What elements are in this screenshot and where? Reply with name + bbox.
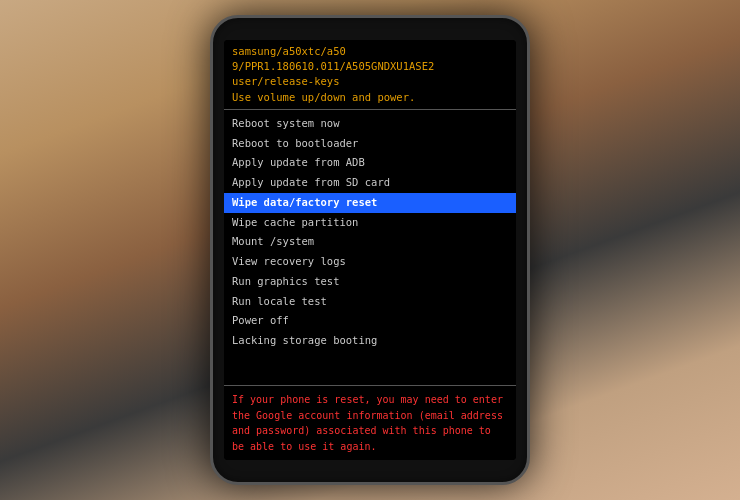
menu-item[interactable]: Wipe data/factory reset: [224, 193, 516, 213]
phone-screen: samsung/a50xtc/a50 9/PPR1.180610.011/A50…: [224, 40, 516, 460]
recovery-menu: Reboot system nowReboot to bootloaderApp…: [224, 112, 516, 385]
header-divider: [224, 109, 516, 110]
header-line-3: user/release-keys: [232, 74, 508, 89]
menu-item[interactable]: Lacking storage booting: [224, 331, 516, 351]
menu-item[interactable]: Apply update from ADB: [224, 153, 516, 173]
volume-up-button[interactable]: [210, 118, 212, 148]
menu-item[interactable]: Reboot to bootloader: [224, 134, 516, 154]
header-line-1: samsung/a50xtc/a50: [232, 44, 508, 59]
volume-down-button[interactable]: [210, 163, 212, 193]
menu-item[interactable]: Reboot system now: [224, 114, 516, 134]
header-line-4: Use volume up/down and power.: [232, 90, 508, 105]
header-section: samsung/a50xtc/a50 9/PPR1.180610.011/A50…: [224, 40, 516, 107]
menu-item[interactable]: Wipe cache partition: [224, 213, 516, 233]
menu-item[interactable]: Power off: [224, 311, 516, 331]
menu-item[interactable]: View recovery logs: [224, 252, 516, 272]
scene: samsung/a50xtc/a50 9/PPR1.180610.011/A50…: [0, 0, 740, 500]
power-button[interactable]: [528, 138, 530, 188]
warning-section: If your phone is reset, you may need to …: [224, 385, 516, 460]
menu-item[interactable]: Run locale test: [224, 292, 516, 312]
header-line-2: 9/PPR1.180610.011/A505GNDXU1ASE2: [232, 59, 508, 74]
menu-item[interactable]: Run graphics test: [224, 272, 516, 292]
phone: samsung/a50xtc/a50 9/PPR1.180610.011/A50…: [210, 15, 530, 485]
menu-item[interactable]: Apply update from SD card: [224, 173, 516, 193]
menu-item[interactable]: Mount /system: [224, 232, 516, 252]
warning-text: If your phone is reset, you may need to …: [232, 392, 508, 454]
